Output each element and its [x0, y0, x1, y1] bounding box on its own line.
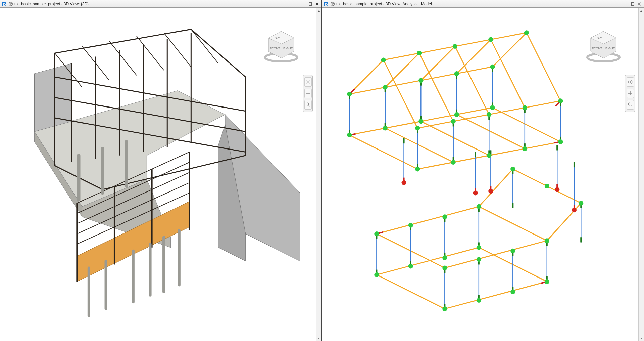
viewport-analytical[interactable]: TOP FRONT RIGHT ▴ ▾	[322, 8, 644, 341]
svg-point-34	[306, 103, 309, 105]
svg-point-167	[454, 112, 459, 117]
titlebar-right: rst_basic_sample_project - 3D View: Anal…	[322, 0, 644, 8]
zoom-button[interactable]	[627, 100, 634, 110]
svg-point-169	[415, 167, 420, 171]
minimize-button[interactable]	[301, 1, 307, 7]
view3d-icon	[330, 2, 335, 6]
svg-line-65	[377, 275, 445, 309]
svg-point-178	[572, 208, 577, 212]
window-title-left: rst_basic_sample_project - 3D View: {3D}	[14, 2, 299, 6]
svg-line-64	[377, 248, 479, 275]
svg-point-157	[454, 71, 459, 76]
svg-point-202	[630, 81, 631, 83]
svg-point-153	[524, 30, 529, 35]
navigation-bar	[303, 75, 313, 112]
pan-button[interactable]	[627, 89, 634, 98]
scroll-up-button[interactable]: ▴	[316, 8, 322, 13]
vertical-scrollbar[interactable]: ▴ ▾	[638, 8, 644, 341]
svg-point-163	[558, 98, 563, 103]
maximize-button[interactable]	[307, 1, 313, 7]
window-controls-left	[301, 1, 320, 7]
svg-point-176	[488, 189, 493, 194]
svg-point-173	[558, 139, 563, 144]
window-controls-right	[623, 1, 642, 7]
zoom-button[interactable]	[304, 100, 312, 110]
svg-line-53	[492, 108, 560, 142]
steering-wheel-button[interactable]	[627, 77, 634, 87]
svg-point-171	[487, 153, 491, 158]
svg-point-160	[451, 119, 456, 124]
svg-point-161	[487, 112, 491, 117]
vertical-scrollbar[interactable]: ▴ ▾	[316, 8, 321, 341]
svg-point-192	[442, 255, 447, 260]
svg-point-162	[523, 105, 527, 110]
svg-line-66	[445, 282, 547, 309]
svg-line-49	[527, 33, 560, 101]
svg-point-184	[545, 184, 549, 188]
viewcube-top: TOP	[596, 36, 603, 39]
revit-logo-icon	[2, 1, 7, 7]
scroll-up-button[interactable]: ▴	[639, 8, 644, 13]
svg-point-181	[442, 214, 447, 219]
svg-point-179	[374, 231, 379, 236]
svg-point-196	[510, 290, 515, 294]
svg-point-172	[523, 146, 527, 151]
svg-point-164	[347, 133, 352, 137]
svg-point-175	[473, 190, 478, 195]
svg-point-166	[418, 119, 423, 124]
svg-point-194	[442, 306, 447, 311]
svg-point-197	[545, 279, 549, 284]
svg-point-189	[545, 238, 549, 243]
svg-line-47	[491, 40, 525, 108]
scroll-down-button[interactable]: ▾	[639, 335, 644, 341]
svg-point-159	[415, 126, 420, 130]
svg-line-57	[377, 207, 479, 234]
svg-point-155	[383, 85, 388, 90]
viewcube-right: RIGHT	[283, 47, 293, 50]
svg-point-180	[408, 223, 413, 228]
svg-point-203	[628, 103, 631, 105]
viewcube-front: FRONT	[270, 47, 280, 50]
scroll-down-button[interactable]: ▾	[316, 335, 322, 341]
viewport-3d[interactable]: TOP FRONT RIGHT ▴ ▾	[0, 8, 321, 341]
svg-line-41	[384, 60, 417, 128]
viewcube[interactable]: TOP FRONT RIGHT	[583, 25, 624, 65]
svg-point-151	[453, 44, 457, 49]
svg-point-152	[488, 37, 493, 42]
pan-button[interactable]	[304, 89, 312, 98]
svg-line-52	[349, 135, 417, 169]
svg-point-156	[418, 78, 423, 83]
svg-point-149	[381, 57, 386, 62]
viewcube-front: FRONT	[592, 47, 602, 50]
svg-point-188	[510, 249, 515, 253]
svg-line-60	[479, 207, 547, 241]
svg-point-165	[383, 126, 388, 130]
svg-rect-1	[309, 3, 312, 5]
svg-point-183	[510, 167, 515, 171]
svg-line-56	[457, 115, 525, 148]
svg-line-59	[445, 241, 547, 268]
viewcube-right: RIGHT	[605, 47, 615, 50]
svg-point-158	[490, 65, 495, 69]
svg-point-170	[451, 160, 456, 165]
svg-point-187	[477, 257, 481, 262]
close-button[interactable]	[636, 1, 642, 7]
maximize-button[interactable]	[630, 1, 636, 7]
svg-point-186	[442, 265, 447, 270]
viewcube[interactable]: TOP FRONT RIGHT	[261, 25, 301, 65]
svg-point-33	[307, 81, 309, 83]
svg-point-174	[401, 180, 406, 185]
svg-point-182	[477, 204, 481, 209]
svg-line-43	[419, 53, 453, 121]
svg-point-168	[490, 105, 495, 110]
svg-point-150	[417, 51, 422, 55]
svg-line-45	[455, 46, 489, 115]
minimize-button[interactable]	[623, 1, 629, 7]
steering-wheel-button[interactable]	[304, 77, 312, 87]
pane-right: rst_basic_sample_project - 3D View: Anal…	[322, 0, 644, 341]
svg-point-190	[374, 272, 379, 277]
pane-left: rst_basic_sample_project - 3D View: {3D}	[0, 0, 322, 341]
close-button[interactable]	[314, 1, 320, 7]
svg-point-193	[477, 245, 481, 250]
revit-logo-icon	[324, 1, 329, 7]
